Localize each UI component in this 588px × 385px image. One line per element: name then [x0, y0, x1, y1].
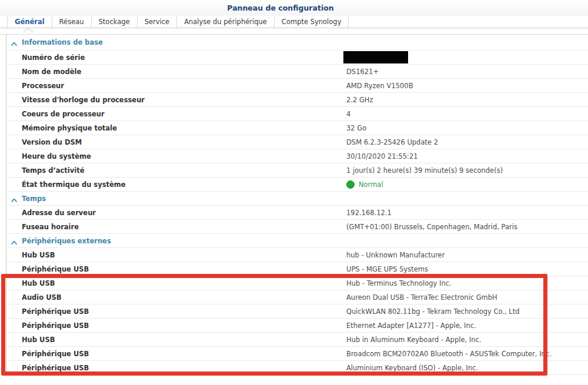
row-value: Broadcom BCM20702A0 Bluetooth - ASUSTek … [346, 350, 552, 358]
section-title: Temps [22, 195, 46, 203]
row-value: Ethernet Adapter [A1277] - Apple, Inc. [346, 322, 476, 330]
row-label: Hub USB [22, 251, 55, 259]
info-row: Hub USBHub in Aluminum Keyboard - Apple,… [6, 333, 588, 347]
row-label: Mémoire physique totale [22, 124, 117, 132]
section-header-temps: Temps [6, 192, 588, 206]
section-title: Périphériques externes [22, 237, 111, 245]
info-row: Périphérique USBUPS - MGE UPS Systems [6, 262, 588, 276]
row-value: 32 Go [346, 124, 366, 132]
info-row: Hub USBHub - Terminus Technology Inc. [6, 276, 588, 290]
info-row: Temps d’activité1 jour(s) 2 heure(s) 39 … [6, 163, 588, 178]
info-row: Heure du système30/10/2020 21:55:21 [6, 149, 588, 163]
row-value: AMD Ryzen V1500B [346, 82, 413, 90]
row-label: Périphérique USB [22, 350, 89, 358]
page-title: Panneau de configuration [0, 0, 588, 16]
info-row: Mémoire physique totale32 Go [6, 121, 588, 135]
tab-bar: GénéralRéseauStockageServiceAnalyse du p… [0, 16, 588, 28]
row-label: Hub USB [22, 279, 55, 287]
info-row: Audio USBAureon Dual USB - TerraTec Elec… [6, 290, 588, 304]
row-value: 30/10/2020 21:55:21 [346, 152, 418, 160]
info-row: Fuseau horaire(GMT+01:00) Brussels, Cope… [6, 220, 588, 234]
row-value: Hub - Terminus Technology Inc. [346, 279, 452, 287]
row-value: Aureon Dual USB - TerraTec Electronic Gm… [346, 293, 497, 302]
tabbar-spacer [0, 28, 588, 35]
chevron-up-icon[interactable] [11, 195, 18, 202]
redacted-serial-number [343, 51, 408, 63]
info-row: Coeurs de processeur4 [6, 107, 588, 121]
info-row: Périphérique USBAluminium Keyboard (ISO)… [6, 361, 588, 375]
row-value: 2.2 GHz [346, 96, 373, 104]
row-label: Numéro de série [22, 53, 85, 62]
row-label: Audio USB [22, 293, 62, 302]
row-label: Coeurs de processeur [22, 110, 105, 118]
row-label: Périphérique USB [22, 265, 89, 273]
row-value: 4 [346, 110, 350, 118]
info-row: ProcesseurAMD Ryzen V1500B [6, 79, 588, 93]
row-label: Périphérique USB [22, 307, 89, 316]
window-titlebar: Panneau de configuration [0, 0, 588, 16]
info-row: Nom de modèleDS1621+ [6, 65, 588, 79]
row-value: QuickWLAN 802.11bg - Tekram Technology C… [346, 307, 520, 316]
tab-stockage[interactable]: Stockage [92, 16, 138, 28]
row-label: Vitesse d'horloge du processeur [22, 96, 145, 104]
section-title: Informations de base [22, 38, 103, 46]
row-label: Processeur [22, 82, 64, 90]
info-row: Périphérique USBBroadcom BCM20702A0 Blue… [6, 347, 588, 361]
tab-general[interactable]: Général [7, 16, 52, 28]
info-row: Version du DSMDSM 6.2.3-25426 Update 2 [6, 135, 588, 149]
row-value: DSM 6.2.3-25426 Update 2 [346, 138, 438, 146]
row-value: UPS - MGE UPS Systems [346, 265, 428, 273]
tab-reseau[interactable]: Réseau [52, 16, 92, 28]
system-info-panel: Informations de baseNuméro de sérieNom d… [6, 35, 588, 375]
row-label: Fuseau horaire [22, 223, 79, 231]
tab-compte-synology[interactable]: Compte Synology [275, 16, 349, 28]
active-tab-notch-icon [23, 28, 34, 32]
row-label: État thermique du système [22, 180, 126, 189]
chevron-up-icon[interactable] [11, 39, 18, 46]
info-row: Numéro de série [6, 51, 588, 65]
row-label: Nom de modèle [22, 68, 81, 76]
row-value: hub - Unknown Manufacturer [346, 251, 445, 259]
row-label: Version du DSM [22, 138, 82, 146]
row-label: Périphérique USB [22, 322, 89, 330]
section-header-informations-de-base: Informations de base [6, 35, 588, 51]
row-value: DS1621+ [346, 68, 379, 76]
row-label: Adresse du serveur [22, 209, 96, 217]
info-row: Adresse du serveur192.168.12.1 [6, 206, 588, 220]
status-text: Normal [359, 180, 383, 189]
row-label: Hub USB [22, 336, 55, 344]
row-value: Hub in Aluminum Keyboard - Apple, Inc. [346, 336, 481, 344]
tab-analyse-du-peripherique[interactable]: Analyse du périphérique [177, 16, 275, 28]
tab-service[interactable]: Service [138, 16, 178, 28]
section-header-peripheriques-externes: Périphériques externes [6, 234, 588, 248]
info-row: Vitesse d'horloge du processeur2.2 GHz [6, 93, 588, 107]
status-dot-icon [346, 180, 355, 189]
row-label: Heure du système [22, 152, 91, 160]
info-row: Périphérique USBQuickWLAN 802.11bg - Tek… [6, 304, 588, 319]
row-value: Aluminium Keyboard (ISO) - Apple, Inc. [346, 364, 478, 372]
row-label: Périphérique USB [22, 364, 89, 372]
info-row: Hub USBhub - Unknown Manufacturer [6, 248, 588, 262]
row-value: 192.168.12.1 [346, 209, 392, 217]
info-row: État thermique du systèmeNormal [6, 178, 588, 192]
row-value: 1 jour(s) 2 heure(s) 39 minute(s) 9 seco… [346, 166, 503, 175]
chevron-up-icon[interactable] [11, 237, 18, 245]
row-label: Temps d’activité [22, 166, 85, 175]
info-row: Périphérique USBEthernet Adapter [A1277]… [6, 319, 588, 333]
row-value: (GMT+01:00) Brussels, Copenhagen, Madrid… [346, 223, 517, 231]
status-badge: Normal [346, 180, 383, 189]
